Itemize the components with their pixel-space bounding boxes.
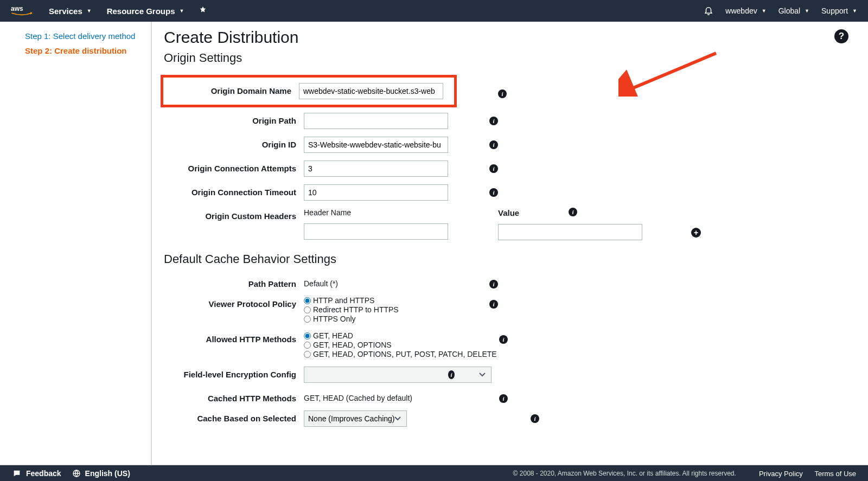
origin-section-title: Origin Settings <box>164 51 847 65</box>
step-2-link[interactable]: Step 2: Create distribution <box>25 46 141 55</box>
viewer-opt-2[interactable]: HTTPS Only <box>304 315 448 323</box>
feedback-link[interactable]: Feedback <box>26 469 61 478</box>
info-icon[interactable]: i <box>489 117 498 125</box>
origin-headers-label: Origin Custom Headers <box>164 208 304 221</box>
info-icon[interactable]: i <box>489 188 498 197</box>
chevron-down-icon: ▼ <box>180 8 184 14</box>
viewer-protocol-group: HTTP and HTTPS Redirect HTTP to HTTPS HT… <box>304 296 448 324</box>
language-link[interactable]: English (US) <box>85 469 130 478</box>
fle-config-label: Field-level Encryption Config <box>164 367 304 379</box>
wizard-sidebar: Step 1: Select delivery method Step 2: C… <box>0 22 152 465</box>
terms-link[interactable]: Terms of Use <box>814 470 856 478</box>
support-label: Support <box>821 7 848 15</box>
origin-timeout-input[interactable] <box>304 184 448 201</box>
help-icon[interactable]: ? <box>834 29 848 43</box>
info-icon[interactable]: i <box>499 335 508 344</box>
origin-path-input[interactable] <box>304 113 448 129</box>
step-1-link[interactable]: Step 1: Select delivery method <box>25 31 141 41</box>
add-header-button[interactable]: + <box>691 228 701 238</box>
origin-id-label: Origin ID <box>164 137 304 149</box>
path-pattern-label: Path Pattern <box>164 276 304 288</box>
viewer-protocol-label: Viewer Protocol Policy <box>164 296 304 309</box>
services-menu[interactable]: Services ▼ <box>49 7 92 16</box>
resource-groups-label: Resource Groups <box>107 7 175 16</box>
top-nav: aws Services ▼ Resource Groups ▼ wwebdev… <box>0 0 868 22</box>
header-name-label: Header Name <box>304 208 448 217</box>
speech-icon <box>12 469 22 478</box>
info-icon[interactable]: i <box>489 280 498 288</box>
origin-domain-label: Origin Domain Name <box>163 83 299 95</box>
region-menu[interactable]: Global ▼ <box>778 7 809 15</box>
footer: Feedback English (US) © 2008 - 2020, Ama… <box>0 465 868 481</box>
method-opt-0[interactable]: GET, HEAD <box>304 331 499 340</box>
chevron-down-icon: ▼ <box>762 8 767 14</box>
cache-section-title: Default Cache Behavior Settings <box>164 252 847 266</box>
main-content: ? Create Distribution Origin Settings Or… <box>152 22 868 465</box>
origin-domain-input[interactable] <box>299 83 443 99</box>
origin-attempts-input[interactable] <box>304 161 448 177</box>
method-opt-2[interactable]: GET, HEAD, OPTIONS, PUT, POST, PATCH, DE… <box>304 350 499 358</box>
viewer-opt-0[interactable]: HTTP and HTTPS <box>304 296 448 305</box>
chevron-down-icon: ▼ <box>805 8 809 14</box>
info-icon[interactable]: i <box>489 140 498 149</box>
copyright-text: © 2008 - 2020, Amazon Web Services, Inc.… <box>513 470 736 477</box>
chevron-down-icon: ▼ <box>852 8 857 14</box>
allowed-methods-label: Allowed HTTP Methods <box>164 331 304 344</box>
services-label: Services <box>49 7 82 16</box>
privacy-link[interactable]: Privacy Policy <box>759 470 803 478</box>
cached-methods-label: Cached HTTP Methods <box>164 390 304 403</box>
highlighted-field: Origin Domain Name <box>161 75 457 107</box>
info-icon[interactable]: i <box>448 370 455 379</box>
header-name-input[interactable] <box>304 223 448 240</box>
notifications-icon[interactable] <box>704 5 713 17</box>
aws-logo[interactable]: aws <box>11 4 33 17</box>
info-icon[interactable]: i <box>489 300 498 309</box>
origin-timeout-label: Origin Connection Timeout <box>164 184 304 197</box>
pin-icon[interactable] <box>199 6 207 16</box>
info-icon[interactable]: i <box>489 164 498 173</box>
info-icon[interactable]: i <box>499 394 508 403</box>
chevron-down-icon: ▼ <box>87 8 92 14</box>
region-label: Global <box>778 7 800 15</box>
support-menu[interactable]: Support ▼ <box>821 7 857 15</box>
cache-based-label: Cache Based on Selected <box>164 411 304 423</box>
origin-id-input[interactable] <box>304 137 448 153</box>
cache-based-select[interactable]: None (Improves Caching) <box>304 411 407 427</box>
allowed-methods-group: GET, HEAD GET, HEAD, OPTIONS GET, HEAD, … <box>304 331 499 359</box>
account-label: wwebdev <box>725 7 757 15</box>
account-menu[interactable]: wwebdev ▼ <box>725 7 766 15</box>
info-icon[interactable]: i <box>569 208 577 216</box>
method-opt-1[interactable]: GET, HEAD, OPTIONS <box>304 341 499 349</box>
info-icon[interactable]: i <box>531 414 539 423</box>
cached-methods-value: GET, HEAD (Cached by default) <box>304 390 499 402</box>
resource-groups-menu[interactable]: Resource Groups ▼ <box>107 7 184 16</box>
origin-attempts-label: Origin Connection Attempts <box>164 161 304 173</box>
origin-path-label: Origin Path <box>164 113 304 125</box>
svg-text:aws: aws <box>11 5 23 12</box>
header-value-input[interactable] <box>498 224 642 240</box>
path-pattern-value: Default (*) <box>304 276 448 288</box>
globe-icon <box>72 469 81 478</box>
page-title: Create Distribution <box>164 28 847 47</box>
viewer-opt-1[interactable]: Redirect HTTP to HTTPS <box>304 305 448 314</box>
info-icon[interactable]: i <box>498 89 507 98</box>
